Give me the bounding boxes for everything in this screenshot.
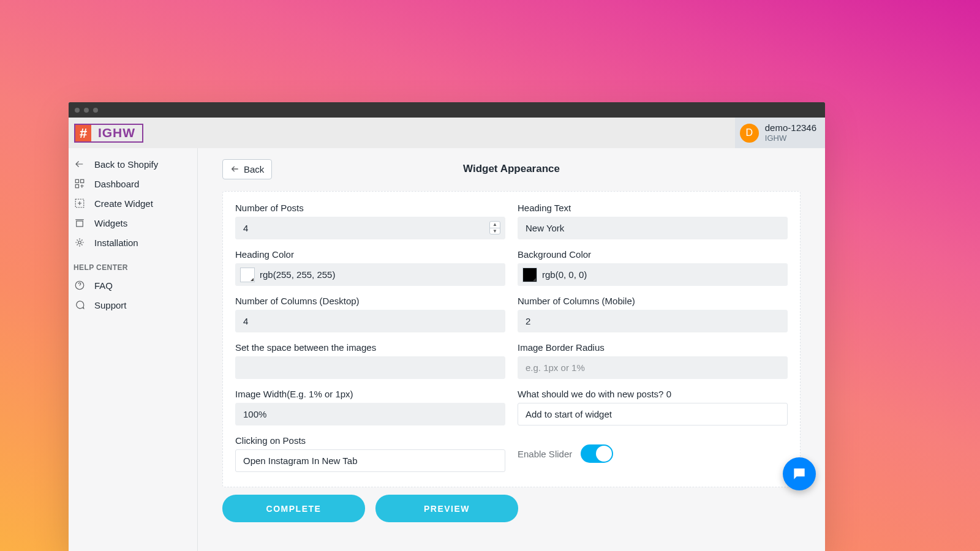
page-title: Widget Appearance — [222, 163, 801, 175]
window-minimize-dot[interactable] — [84, 108, 89, 113]
label-cols-mobile: Number of Columns (Mobile) — [518, 296, 788, 306]
sidebar-item-faq[interactable]: FAQ — [69, 276, 197, 295]
create-widget-icon — [74, 197, 86, 209]
swatch-background-color[interactable] — [522, 268, 537, 282]
label-heading-color: Heading Color — [235, 249, 505, 260]
help-icon — [74, 279, 86, 291]
sidebar-item-label: Create Widget — [94, 198, 153, 209]
account-sub: IGHW — [765, 133, 816, 143]
complete-button[interactable]: COMPLETE — [222, 495, 365, 522]
input-border-radius[interactable] — [518, 356, 788, 379]
swatch-heading-color[interactable] — [240, 268, 255, 282]
chat-bubble-icon — [791, 466, 807, 482]
label-heading-text: Heading Text — [518, 203, 788, 213]
app-logo: # IGHW — [74, 124, 143, 143]
sidebar-item-label: Dashboard — [94, 179, 139, 189]
sidebar-item-support[interactable]: Support — [69, 295, 197, 315]
input-image-space[interactable] — [235, 356, 505, 379]
sidebar-item-dashboard[interactable]: Dashboard — [69, 174, 197, 193]
label-number-of-posts: Number of Posts — [235, 203, 505, 213]
toggle-enable-slider[interactable] — [581, 444, 613, 463]
window-close-dot[interactable] — [75, 108, 80, 113]
sidebar-item-label: Widgets — [94, 218, 127, 228]
sidebar-item-label: Support — [94, 300, 127, 310]
svg-rect-1 — [81, 179, 84, 182]
label-image-space: Set the space between the images — [235, 342, 505, 353]
input-number-of-posts[interactable] — [235, 217, 505, 239]
svg-rect-4 — [77, 221, 83, 227]
input-background-color[interactable]: rgb(0, 0, 0) — [518, 263, 788, 286]
sidebar-item-widgets[interactable]: Widgets — [69, 213, 197, 233]
sidebar-item-label: FAQ — [94, 280, 113, 291]
label-image-width: Image Width(E.g. 1% or 1px) — [235, 389, 505, 399]
sidebar-item-label: Installation — [94, 238, 138, 248]
chat-fab[interactable] — [783, 457, 816, 490]
avatar: D — [740, 124, 759, 143]
input-heading-color[interactable]: rgb(255, 255, 255) — [235, 263, 505, 286]
sidebar-item-installation[interactable]: Installation — [69, 233, 197, 252]
account-menu[interactable]: D demo-12346 IGHW — [735, 118, 825, 148]
value-background-color: rgb(0, 0, 0) — [542, 269, 587, 280]
app-window: # IGHW D demo-12346 IGHW Back to Shopify — [69, 102, 825, 551]
form-card: Number of Posts ▲▼ Heading Text Heading — [222, 191, 801, 487]
preview-button[interactable]: PREVIEW — [375, 495, 518, 522]
label-border-radius: Image Border Radius — [518, 342, 788, 353]
svg-rect-0 — [75, 179, 78, 182]
arrow-left-icon — [230, 164, 240, 174]
input-cols-desktop[interactable] — [235, 310, 505, 332]
input-image-width[interactable] — [235, 403, 505, 425]
sidebar-item-back-to-shopify[interactable]: Back to Shopify — [69, 154, 197, 174]
label-new-posts: What should we do with new posts? 0 — [518, 389, 788, 399]
back-label: Back — [244, 164, 264, 174]
topbar: # IGHW D demo-12346 IGHW — [69, 118, 825, 148]
window-titlebar — [69, 102, 825, 118]
svg-point-5 — [78, 241, 81, 244]
label-clicking: Clicking on Posts — [235, 435, 505, 446]
logo-hash-icon: # — [75, 125, 91, 141]
label-enable-slider: Enable Slider — [518, 449, 572, 459]
input-cols-mobile[interactable] — [518, 310, 788, 332]
dashboard-icon — [74, 178, 86, 190]
main-content: Back Widget Appearance Number of Posts ▲… — [198, 148, 825, 551]
value-heading-color: rgb(255, 255, 255) — [260, 269, 335, 280]
input-heading-text[interactable] — [518, 217, 788, 239]
back-button[interactable]: Back — [222, 159, 272, 179]
installation-icon — [74, 236, 86, 249]
sidebar-item-create-widget[interactable]: Create Widget — [69, 193, 197, 213]
label-background-color: Background Color — [518, 249, 788, 260]
sidebar-item-label: Back to Shopify — [94, 159, 158, 170]
select-new-posts[interactable]: Add to start of widget — [518, 403, 788, 425]
svg-rect-2 — [75, 185, 78, 188]
sidebar-help-header: HELP CENTER — [69, 252, 197, 276]
logo-text: IGHW — [91, 126, 142, 140]
label-cols-desktop: Number of Columns (Desktop) — [235, 296, 505, 306]
chat-icon — [74, 299, 86, 311]
widgets-icon — [74, 217, 86, 229]
account-name: demo-12346 — [765, 122, 816, 133]
sidebar: Back to Shopify Dashboard Create Widget … — [69, 148, 198, 551]
select-clicking[interactable] — [235, 449, 505, 472]
window-maximize-dot[interactable] — [93, 108, 98, 113]
stepper-number-of-posts[interactable]: ▲▼ — [489, 221, 500, 234]
arrow-left-icon — [74, 158, 86, 170]
